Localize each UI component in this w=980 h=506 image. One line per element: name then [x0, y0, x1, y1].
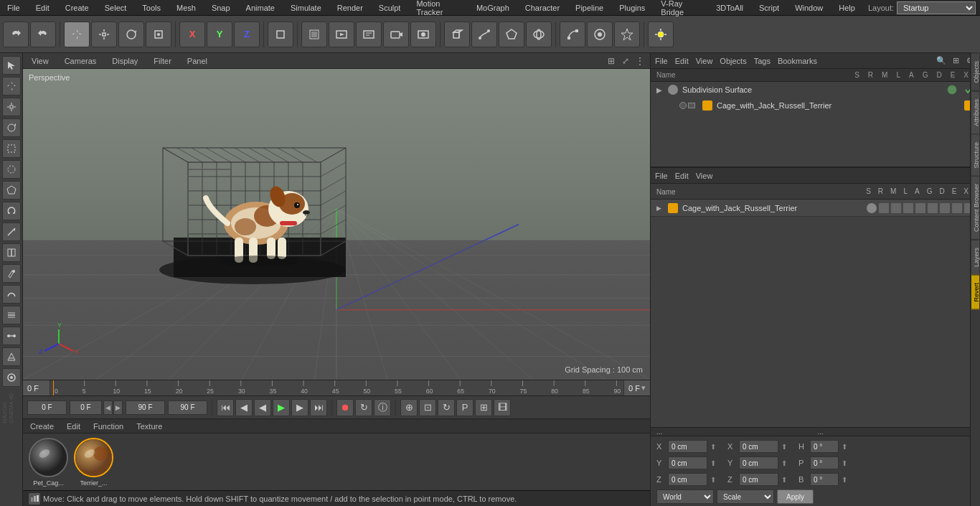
- mat-tab-edit[interactable]: Edit: [64, 421, 83, 432]
- start-frame-input[interactable]: [27, 400, 67, 415]
- menu-animate[interactable]: Animate: [243, 2, 278, 14]
- material-pet-cage[interactable]: Pet_Cag...: [29, 438, 68, 487]
- rot-b-arrow[interactable]: ⬆: [842, 476, 853, 484]
- menu-script[interactable]: Script: [756, 2, 782, 14]
- menu-character[interactable]: Character: [522, 2, 562, 14]
- om-search-icon[interactable]: 🔍: [936, 55, 947, 67]
- timeline-ruler[interactable]: 0 F 0 5 10 15 20: [23, 380, 650, 395]
- scale-z-input[interactable]: [739, 473, 778, 486]
- attr-tag-extra1[interactable]: [915, 203, 925, 213]
- attr-edit[interactable]: Edit: [675, 172, 689, 180]
- pos-z-arrow[interactable]: ⬆: [710, 476, 722, 484]
- attr-object-entry[interactable]: ▶ Cage_with_Jack_Russell_Terrier: [651, 200, 980, 217]
- object-mode-button[interactable]: [268, 22, 293, 47]
- scale-tool-button[interactable]: [91, 22, 117, 47]
- sidebar-poly[interactable]: [2, 181, 21, 200]
- pos-y-arrow[interactable]: ⬆: [710, 459, 722, 467]
- tab-content-browser[interactable]: Content Browser: [971, 176, 980, 240]
- render-active-button[interactable]: [329, 22, 354, 47]
- sidebar-weld[interactable]: [2, 347, 21, 366]
- attr-tag-vis[interactable]: [867, 203, 877, 213]
- om-tags[interactable]: Tags: [754, 57, 771, 65]
- menu-simulate[interactable]: Simulate: [288, 2, 324, 14]
- rot-h-arrow[interactable]: ⬆: [842, 443, 853, 451]
- prev-frame-button[interactable]: ◀: [235, 399, 253, 416]
- sidebar-magnet[interactable]: [2, 202, 21, 220]
- viewport-maximize-icon[interactable]: ⊞: [606, 55, 617, 67]
- rotate-tool-button[interactable]: [118, 22, 144, 47]
- attr-file[interactable]: File: [655, 172, 668, 180]
- viewport-settings-icon[interactable]: ⋮: [634, 55, 646, 67]
- viewport-tab-display[interactable]: Display: [108, 55, 142, 67]
- render-view-button[interactable]: [356, 22, 382, 47]
- deformer-button[interactable]: [560, 22, 585, 47]
- render-region-button[interactable]: [301, 22, 327, 47]
- menu-motion-tracker[interactable]: Motion Tracker: [413, 0, 463, 18]
- om-objects[interactable]: Objects: [720, 57, 746, 65]
- tab-attributes[interactable]: Attributes: [971, 91, 980, 134]
- material-terrier[interactable]: Terrier_...: [74, 438, 113, 487]
- attr-tag-extra3[interactable]: [940, 203, 950, 213]
- scale-y-input[interactable]: [739, 456, 778, 469]
- mat-tab-function[interactable]: Function: [90, 421, 126, 432]
- tab-objects[interactable]: Objects: [971, 53, 980, 91]
- add-camera-button[interactable]: [383, 22, 409, 47]
- menu-create[interactable]: Create: [62, 2, 92, 14]
- sidebar-align[interactable]: [2, 306, 21, 324]
- om-edit[interactable]: Edit: [675, 57, 689, 65]
- timeline-track[interactable]: 0 5 10 15 20 25 30 35: [50, 380, 623, 395]
- cube-button[interactable]: [444, 22, 470, 47]
- obj-expand-icon[interactable]: ▶: [656, 86, 664, 94]
- loop-button[interactable]: ↻: [355, 399, 372, 416]
- sidebar-loop-sel[interactable]: [2, 243, 21, 262]
- sidebar-move[interactable]: [2, 77, 21, 95]
- sidebar-knife[interactable]: [2, 222, 21, 241]
- menu-edit[interactable]: Edit: [33, 2, 52, 14]
- modifier-button[interactable]: [587, 22, 613, 47]
- rot-p-input[interactable]: [810, 456, 839, 469]
- rot-p-arrow[interactable]: ⬆: [842, 459, 853, 467]
- menu-tools[interactable]: Tools: [139, 2, 164, 14]
- pos-z-input[interactable]: [668, 473, 707, 486]
- apply-button[interactable]: Apply: [777, 489, 814, 504]
- menu-3dtoall[interactable]: 3DToAll: [713, 2, 746, 14]
- sidebar-stitch[interactable]: [2, 368, 21, 387]
- viewport-tab-view[interactable]: View: [27, 55, 53, 67]
- end-frame-input[interactable]: [126, 400, 165, 415]
- record-button[interactable]: ⏺: [336, 399, 354, 416]
- extra-btn-p[interactable]: P: [456, 399, 473, 416]
- viewport-tab-panel[interactable]: Panel: [183, 55, 212, 67]
- attr-tag-lock[interactable]: [891, 203, 901, 213]
- menu-vray[interactable]: V-Ray Bridge: [658, 0, 703, 18]
- world-dropdown[interactable]: World Object Local: [656, 489, 714, 504]
- layout-dropdown[interactable]: Startup: [897, 1, 976, 14]
- nurbs-button[interactable]: [526, 22, 552, 47]
- om-expand-icon[interactable]: ⊞: [950, 55, 961, 67]
- extra-btn-2[interactable]: ⊡: [419, 399, 436, 416]
- play-button[interactable]: ▶: [273, 399, 290, 416]
- pos-y-input[interactable]: [668, 456, 707, 469]
- extra-btn-grid[interactable]: ⊞: [475, 399, 492, 416]
- scale-x-arrow[interactable]: ⬆: [781, 443, 793, 451]
- rot-h-input[interactable]: [810, 440, 839, 453]
- frame-down-arrow[interactable]: ◀: [103, 400, 113, 415]
- sidebar-smooth[interactable]: [2, 285, 21, 304]
- attr-tag-extra2[interactable]: [928, 203, 938, 213]
- menu-file[interactable]: File: [4, 2, 23, 14]
- menu-window[interactable]: Window: [792, 2, 826, 14]
- play-reverse-button[interactable]: ◀: [254, 399, 271, 416]
- scale-dropdown[interactable]: Scale Size: [717, 489, 774, 504]
- rot-b-input[interactable]: [810, 473, 839, 486]
- extra-btn-3[interactable]: ↻: [438, 399, 455, 416]
- redo-button[interactable]: [30, 22, 56, 47]
- scale-y-arrow[interactable]: ⬆: [781, 459, 793, 467]
- viewport-arrows-icon[interactable]: ⤢: [620, 55, 631, 67]
- scale-x-input[interactable]: [739, 440, 778, 453]
- spline-button[interactable]: [471, 22, 497, 47]
- menu-render[interactable]: Render: [334, 2, 366, 14]
- om-bookmarks[interactable]: Bookmarks: [778, 57, 817, 65]
- menu-pipeline[interactable]: Pipeline: [573, 2, 606, 14]
- pos-x-input[interactable]: [668, 440, 707, 453]
- scale-z-arrow[interactable]: ⬆: [781, 476, 793, 484]
- sidebar-rotate[interactable]: [2, 118, 21, 137]
